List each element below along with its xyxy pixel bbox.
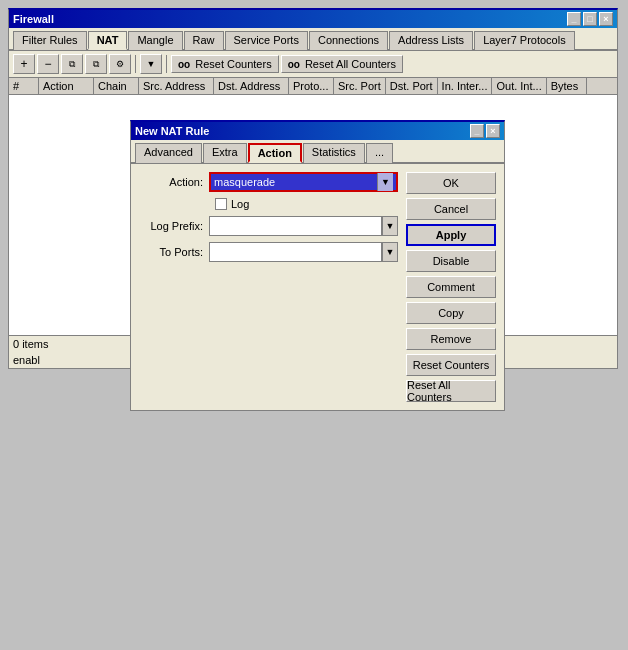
col-src-addr: Src. Address [139, 78, 214, 94]
tab-more[interactable]: ... [366, 143, 393, 163]
tab-service-ports[interactable]: Service Ports [225, 31, 308, 50]
reset-all-counters-label: Reset All Counters [305, 58, 396, 70]
filter-button[interactable]: ▼ [140, 54, 162, 74]
dialog-close-button[interactable]: × [486, 124, 500, 138]
tab-connections[interactable]: Connections [309, 31, 388, 50]
col-src-port: Src. Port [334, 78, 386, 94]
dialog-title-text: New NAT Rule [135, 125, 209, 137]
col-hash: # [9, 78, 39, 94]
to-ports-dropdown[interactable]: ▼ [382, 242, 398, 262]
window-title: Firewall [13, 13, 54, 25]
reset-all-counters-button-dialog[interactable]: Reset All Counters [406, 380, 496, 402]
remove-button-dialog[interactable]: Remove [406, 328, 496, 350]
tab-raw[interactable]: Raw [184, 31, 224, 50]
to-ports-input[interactable] [209, 242, 382, 262]
col-in-inter: In. Inter... [438, 78, 493, 94]
disable-button[interactable]: Disable [406, 250, 496, 272]
maximize-button[interactable]: □ [583, 12, 597, 26]
to-ports-label: To Ports: [139, 246, 209, 258]
to-ports-field-wrapper: ▼ [209, 242, 398, 262]
comment-button[interactable]: Comment [406, 276, 496, 298]
settings-button[interactable]: ⚙ [109, 54, 131, 74]
dialog-title-buttons: _ × [470, 124, 500, 138]
action-select-arrow[interactable]: ▼ [377, 173, 393, 191]
tab-nat[interactable]: NAT [88, 31, 128, 50]
dialog-buttons: OK Cancel Apply Disable Comment Copy Rem… [406, 172, 496, 402]
reset-counters-button[interactable]: oo Reset Counters [171, 55, 279, 73]
col-proto: Proto... [289, 78, 334, 94]
tab-address-lists[interactable]: Address Lists [389, 31, 473, 50]
new-nat-rule-dialog: New NAT Rule _ × Advanced Extra Action S… [130, 120, 505, 411]
tab-advanced[interactable]: Advanced [135, 143, 202, 163]
to-ports-row: To Ports: ▼ [139, 242, 398, 262]
oo-badge2: oo [288, 59, 300, 70]
dialog-tabs: Advanced Extra Action Statistics ... [131, 140, 504, 164]
dialog-content: Action: masquerade ▼ Log Log Prefix: ▼ [131, 164, 504, 410]
enable-text: enabl [13, 354, 40, 366]
reset-counters-label: Reset Counters [195, 58, 271, 70]
separator [135, 55, 136, 73]
log-prefix-dropdown[interactable]: ▼ [382, 216, 398, 236]
ok-button[interactable]: OK [406, 172, 496, 194]
add-button[interactable]: + [13, 54, 35, 74]
reset-counters-button-dialog[interactable]: Reset Counters [406, 354, 496, 376]
tab-layer7[interactable]: Layer7 Protocols [474, 31, 575, 50]
separator2 [166, 55, 167, 73]
apply-button[interactable]: Apply [406, 224, 496, 246]
copy-button[interactable]: ⧉ [61, 54, 83, 74]
oo-badge: oo [178, 59, 190, 70]
tab-filter-rules[interactable]: Filter Rules [13, 31, 87, 50]
col-chain: Chain [94, 78, 139, 94]
col-dst-port: Dst. Port [386, 78, 438, 94]
col-out-int: Out. Int... [492, 78, 546, 94]
log-prefix-label: Log Prefix: [139, 220, 209, 232]
col-dst-addr: Dst. Address [214, 78, 289, 94]
col-bytes: Bytes [547, 78, 587, 94]
log-prefix-input[interactable] [209, 216, 382, 236]
column-headers: # Action Chain Src. Address Dst. Address… [9, 78, 617, 95]
reset-all-counters-button[interactable]: oo Reset All Counters [281, 55, 403, 73]
title-bar-buttons: _ □ × [567, 12, 613, 26]
dialog-minimize-button[interactable]: _ [470, 124, 484, 138]
log-prefix-row: Log Prefix: ▼ [139, 216, 398, 236]
action-value: masquerade [214, 176, 275, 188]
log-checkbox[interactable] [215, 198, 227, 210]
col-action: Action [39, 78, 94, 94]
toolbar: + − ⧉ ⧉ ⚙ ▼ oo Reset Counters oo Reset A… [9, 51, 617, 78]
minimize-button[interactable]: _ [567, 12, 581, 26]
main-tabs: Filter Rules NAT Mangle Raw Service Port… [9, 28, 617, 51]
title-bar: Firewall _ □ × [9, 10, 617, 28]
log-row: Log [139, 198, 398, 210]
close-button[interactable]: × [599, 12, 613, 26]
action-select[interactable]: masquerade ▼ [209, 172, 398, 192]
remove-button[interactable]: − [37, 54, 59, 74]
paste-button[interactable]: ⧉ [85, 54, 107, 74]
action-row: Action: masquerade ▼ [139, 172, 398, 192]
cancel-button[interactable]: Cancel [406, 198, 496, 220]
item-count: 0 items [13, 338, 48, 350]
copy-button-dialog[interactable]: Copy [406, 302, 496, 324]
tab-mangle[interactable]: Mangle [128, 31, 182, 50]
log-prefix-field-wrapper: ▼ [209, 216, 398, 236]
tab-extra[interactable]: Extra [203, 143, 247, 163]
action-label: Action: [139, 176, 209, 188]
tab-action[interactable]: Action [248, 143, 302, 163]
tab-statistics[interactable]: Statistics [303, 143, 365, 163]
dialog-title-bar: New NAT Rule _ × [131, 122, 504, 140]
dialog-form: Action: masquerade ▼ Log Log Prefix: ▼ [139, 172, 398, 402]
log-label: Log [231, 198, 249, 210]
